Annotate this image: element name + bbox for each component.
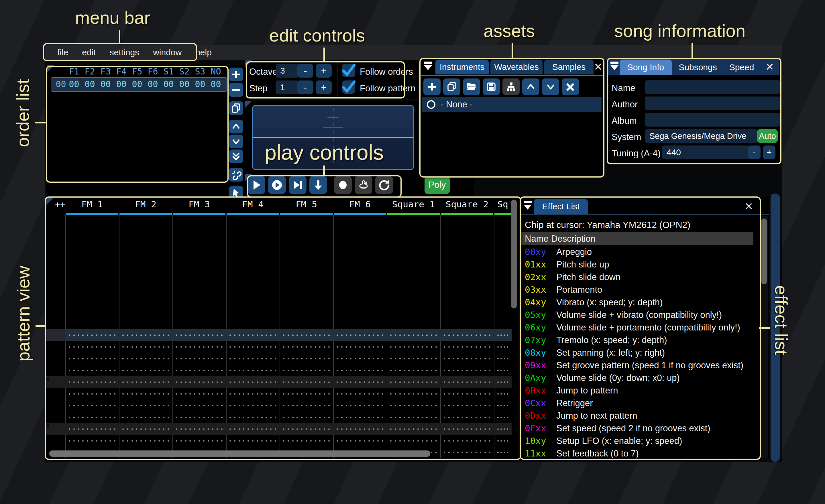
pattern-cell[interactable]	[280, 341, 333, 353]
effect-row-04xy[interactable]: 04xyVibrato (x: speed; y: depth)	[525, 297, 663, 308]
close-icon[interactable]: ✕	[593, 61, 603, 73]
delete-button[interactable]	[562, 78, 579, 95]
pattern-cell[interactable]	[280, 388, 333, 400]
effect-row-0Dxx[interactable]: 0DxxJump to next pattern	[525, 410, 638, 421]
unlink-button[interactable]	[229, 168, 243, 182]
tab-wavetables[interactable]: Wavetables	[491, 60, 542, 74]
pattern-cell[interactable]	[226, 353, 280, 364]
pattern-cell[interactable]	[119, 412, 172, 423]
pattern-cell[interactable]	[280, 412, 333, 423]
effect-row-00xy[interactable]: 00xyArpeggio	[525, 247, 592, 257]
pattern-cell[interactable]	[172, 412, 226, 423]
effect-row-01xx[interactable]: 01xxPitch slide up	[525, 259, 609, 270]
order-cell[interactable]: 00	[82, 79, 98, 89]
octave-minus-button[interactable]: -	[297, 64, 313, 78]
pattern-cell[interactable]	[226, 400, 280, 412]
pattern-cell[interactable]	[226, 364, 280, 376]
pattern-cell[interactable]	[65, 400, 119, 412]
pattern-cell[interactable]	[226, 329, 280, 341]
pattern-cell[interactable]	[494, 388, 512, 400]
pattern-cell[interactable]	[494, 341, 512, 353]
pattern-cell[interactable]	[226, 341, 280, 353]
pattern-cell[interactable]	[494, 353, 512, 364]
pattern-cell[interactable]	[226, 412, 280, 423]
tab-song-info[interactable]: Song Info	[620, 60, 672, 75]
pattern-cell[interactable]	[280, 329, 333, 341]
pattern-cell[interactable]	[65, 435, 119, 447]
pattern-cell[interactable]	[172, 423, 226, 435]
toggle-folders-button[interactable]	[503, 78, 520, 95]
effect-row-0Axy[interactable]: 0AxyVolume slide (0y: down; x0: up)	[525, 372, 680, 383]
pattern-cell[interactable]	[333, 435, 387, 447]
channel-header-fm-6[interactable]: FM 6	[333, 199, 387, 209]
pattern-cell[interactable]	[387, 329, 440, 341]
pattern-cell[interactable]	[172, 353, 226, 364]
pattern-cell[interactable]	[387, 388, 440, 400]
pattern-cell[interactable]	[119, 364, 172, 376]
play-from-cursor-button[interactable]	[289, 176, 306, 194]
pattern-cell[interactable]	[280, 376, 333, 388]
menu-item-settings[interactable]: settings	[103, 48, 146, 57]
close-icon[interactable]: ✕	[744, 201, 754, 212]
save-button[interactable]	[483, 78, 500, 95]
effect-row-09xx[interactable]: 09xxSet groove pattern (speed 1 if no gr…	[525, 360, 743, 370]
pattern-row[interactable]: 2	[47, 353, 512, 364]
pattern-cell[interactable]	[226, 423, 280, 435]
effect-row-11xx[interactable]: 11xxSet feedback (0 to 7)	[525, 448, 639, 457]
pattern-cell[interactable]	[333, 364, 387, 376]
instrument-list-item-none[interactable]: - None -	[422, 97, 602, 112]
pattern-cell[interactable]	[440, 423, 494, 435]
pattern-cell[interactable]	[333, 376, 387, 388]
pattern-row[interactable]: 4	[47, 376, 512, 388]
pattern-row[interactable]: 1	[47, 341, 512, 353]
pattern-cell[interactable]	[65, 388, 119, 400]
pattern-cell[interactable]	[119, 329, 172, 341]
pattern-cell[interactable]	[226, 435, 280, 447]
collapse-window-icon[interactable]	[523, 201, 533, 211]
pattern-cell[interactable]	[387, 376, 440, 388]
pattern-cell[interactable]	[387, 400, 440, 412]
effect-row-0Fxx[interactable]: 0FxxSet speed (speed 2 if no grooves exi…	[525, 423, 710, 434]
pattern-cell[interactable]	[172, 364, 226, 376]
tuning-plus-button[interactable]: +	[763, 146, 775, 159]
pattern-cell[interactable]	[387, 412, 440, 423]
pattern-cell[interactable]	[494, 423, 512, 435]
pattern-cell[interactable]	[494, 412, 512, 423]
auto-system-button[interactable]: Auto	[757, 129, 778, 143]
order-cell[interactable]: 00	[114, 79, 129, 89]
tab-effect-list[interactable]: Effect List	[534, 199, 588, 214]
pattern-cell[interactable]	[333, 329, 387, 341]
pattern-corner-label[interactable]: ++	[55, 199, 65, 209]
pattern-cell[interactable]	[440, 447, 494, 457]
album-input[interactable]	[645, 113, 780, 127]
poly-button[interactable]: Poly	[425, 176, 450, 194]
pattern-cell[interactable]	[172, 435, 226, 447]
pattern-cell[interactable]	[333, 353, 387, 364]
move-down-button[interactable]	[542, 78, 559, 95]
order-cell[interactable]: 00	[145, 79, 161, 89]
channel-header-square-1[interactable]: Square 1	[387, 199, 440, 209]
order-cell[interactable]: 00	[161, 79, 176, 89]
pattern-cell[interactable]	[387, 423, 440, 435]
order-cell[interactable]: 00	[129, 79, 145, 89]
pattern-cell[interactable]	[494, 447, 512, 457]
pattern-cell[interactable]	[494, 364, 512, 376]
tab-speed[interactable]: Speed	[725, 60, 759, 75]
author-input[interactable]	[645, 96, 780, 110]
pattern-cell[interactable]	[172, 376, 226, 388]
pattern-cell[interactable]	[119, 400, 172, 412]
duplicate-button[interactable]	[229, 101, 243, 115]
repeat-pattern-button[interactable]	[375, 176, 393, 194]
pattern-cell[interactable]	[65, 412, 119, 423]
step-minus-button[interactable]: -	[297, 80, 313, 94]
tab-samples[interactable]: Samples	[544, 60, 594, 74]
move-up-button[interactable]	[229, 120, 243, 134]
move-up-button[interactable]	[522, 78, 539, 95]
pattern-cell[interactable]	[333, 341, 387, 353]
pattern-cell[interactable]	[119, 353, 172, 364]
pattern-row[interactable]: 8	[47, 423, 512, 435]
record-button[interactable]	[334, 176, 352, 194]
pattern-horizontal-scrollbar[interactable]	[49, 450, 430, 457]
octave-value[interactable]: 3	[276, 64, 299, 78]
order-cell[interactable]: 00	[192, 79, 208, 89]
